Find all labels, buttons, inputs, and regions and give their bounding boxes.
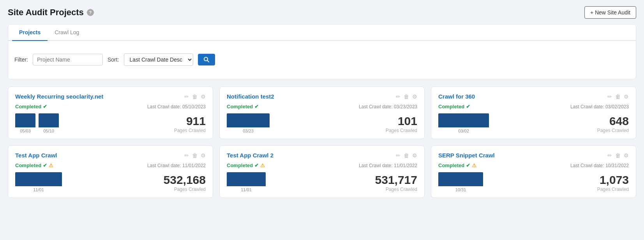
delete-icon[interactable]: 🗑: [192, 152, 198, 159]
bar-label: 10/31: [455, 187, 466, 192]
status-text: Completed: [15, 104, 41, 109]
bar-label: 11/01: [33, 187, 44, 192]
card-status-row: Completed ✔ Last Crawl date: 03/02/2023: [438, 104, 629, 109]
bar-rect: [438, 172, 483, 186]
settings-icon[interactable]: ⚙: [624, 94, 629, 100]
delete-icon[interactable]: 🗑: [192, 94, 198, 100]
card-header: Test App Crawl 2 ✏ 🗑 ⚙: [227, 152, 417, 159]
edit-icon[interactable]: ✏: [607, 94, 612, 100]
pages-count: 1,073: [597, 174, 629, 186]
edit-icon[interactable]: ✏: [607, 152, 612, 159]
card-actions: ✏ 🗑 ⚙: [607, 152, 629, 159]
last-crawl-date: Last Crawl date: 05/10/2023: [147, 104, 206, 109]
card-header: SERP Snippet Crawl ✏ 🗑 ⚙: [438, 152, 629, 159]
pages-section: 911 Pages Crawled: [174, 115, 206, 133]
settings-icon[interactable]: ⚙: [624, 152, 629, 159]
settings-icon[interactable]: ⚙: [412, 152, 417, 159]
pages-count: 101: [386, 115, 417, 127]
status-badge: Completed ✔ ⚠: [227, 162, 265, 168]
delete-icon[interactable]: 🗑: [615, 94, 621, 100]
card-body: 03/23 101 Pages Crawled: [227, 113, 417, 133]
delete-icon[interactable]: 🗑: [404, 94, 409, 100]
settings-icon[interactable]: ⚙: [201, 94, 206, 100]
bar-rect: [438, 113, 489, 127]
pages-label: Pages Crawled: [174, 128, 206, 133]
project-card: Test App Crawl 2 ✏ 🗑 ⚙ Completed ✔ ⚠ Las…: [219, 145, 425, 198]
bar-item: 11/01: [15, 172, 62, 192]
bars-section: 03/02: [438, 113, 489, 133]
card-actions: ✏ 🗑 ⚙: [184, 94, 206, 100]
card-status-row: Completed ✔ ⚠ Last Crawl date: 11/01/202…: [15, 162, 206, 168]
bars-row: 03/23: [227, 113, 270, 133]
search-button[interactable]: [198, 54, 215, 65]
card-actions: ✏ 🗑 ⚙: [396, 94, 417, 100]
project-card: Notification test2 ✏ 🗑 ⚙ Completed ✔ Las…: [219, 86, 425, 139]
bar-label: 05/10: [43, 129, 54, 133]
card-header: Weekly Recurring seoclarity.net ✏ 🗑 ⚙: [15, 93, 206, 100]
card-title[interactable]: Test App Crawl: [15, 152, 57, 159]
last-crawl-date: Last Crawl date: 10/31/2022: [570, 163, 629, 168]
project-card: Test App Crawl ✏ 🗑 ⚙ Completed ✔ ⚠ Last …: [8, 145, 213, 198]
card-status-row: Completed ✔ Last Crawl date: 05/10/2023: [15, 104, 206, 109]
filter-input[interactable]: [33, 54, 103, 65]
check-icon: ✔: [466, 104, 470, 109]
bar-rect: [227, 113, 270, 127]
card-title[interactable]: Crawl for 360: [438, 93, 475, 100]
help-icon[interactable]: ?: [87, 9, 94, 16]
card-title[interactable]: Weekly Recurring seoclarity.net: [15, 93, 103, 100]
bars-section: 03/23: [227, 113, 270, 133]
page-container: Site Audit Projects ? + New Site Audit P…: [0, 0, 644, 240]
bar-item: 11/01: [227, 172, 266, 192]
new-audit-button[interactable]: + New Site Audit: [584, 6, 636, 19]
last-crawl-date: Last Crawl date: 03/02/2023: [570, 104, 629, 109]
check-icon: ✔: [254, 104, 259, 109]
card-header: Notification test2 ✏ 🗑 ⚙: [227, 93, 417, 100]
pages-label: Pages Crawled: [164, 187, 206, 192]
card-status-row: Completed ✔ Last Crawl date: 03/23/2023: [227, 104, 417, 109]
bar-label: 11/01: [241, 187, 252, 192]
card-status-row: Completed ✔ ⚠ Last Crawl date: 11/01/202…: [227, 162, 417, 168]
sort-select[interactable]: Last Crawl Date Desc Last Crawl Date Asc…: [124, 53, 193, 66]
pages-section: 648 Pages Crawled: [597, 115, 629, 133]
edit-icon[interactable]: ✏: [396, 94, 401, 100]
last-crawl-date: Last Crawl date: 11/01/2022: [359, 163, 417, 168]
card-body: 11/01 531,717 Pages Crawled: [227, 172, 417, 192]
card-body: 03/02 648 Pages Crawled: [438, 113, 629, 133]
card-status-row: Completed ✔ ⚠ Last Crawl date: 10/31/202…: [438, 162, 629, 168]
check-icon: ✔: [254, 162, 259, 168]
edit-icon[interactable]: ✏: [396, 152, 401, 159]
card-title[interactable]: Test App Crawl 2: [227, 152, 273, 159]
bars-row: 11/01: [15, 172, 62, 192]
tab-projects[interactable]: Projects: [12, 25, 48, 41]
settings-icon[interactable]: ⚙: [412, 94, 417, 100]
status-text: Completed: [227, 104, 253, 109]
svg-line-1: [207, 60, 209, 62]
status-text: Completed: [15, 162, 41, 168]
status-text: Completed: [438, 162, 464, 168]
card-title[interactable]: Notification test2: [227, 93, 274, 100]
bars-section: 05/03 05/10: [15, 113, 59, 133]
delete-icon[interactable]: 🗑: [404, 152, 409, 159]
status-badge: Completed ✔ ⚠: [15, 162, 53, 168]
card-header: Crawl for 360 ✏ 🗑 ⚙: [438, 93, 629, 100]
filter-label: Filter:: [14, 56, 28, 63]
pages-label: Pages Crawled: [597, 128, 629, 133]
delete-icon[interactable]: 🗑: [615, 152, 621, 159]
edit-icon[interactable]: ✏: [184, 94, 189, 100]
bar-item: 10/31: [438, 172, 483, 192]
bars-section: 11/01: [15, 172, 62, 192]
sort-label: Sort:: [108, 56, 119, 63]
edit-icon[interactable]: ✏: [184, 152, 189, 159]
bar-rect: [15, 113, 35, 127]
tab-crawl-log[interactable]: Crawl Log: [48, 25, 86, 41]
settings-icon[interactable]: ⚙: [201, 152, 206, 159]
pages-count: 531,717: [375, 174, 417, 186]
card-header: Test App Crawl ✏ 🗑 ⚙: [15, 152, 206, 159]
bar-label: 03/02: [458, 129, 469, 133]
status-text: Completed: [227, 162, 253, 168]
bars-row: 10/31: [438, 172, 483, 192]
search-icon: [203, 56, 210, 63]
bars-section: 11/01: [227, 172, 266, 192]
card-title[interactable]: SERP Snippet Crawl: [438, 152, 495, 159]
last-crawl-date: Last Crawl date: 11/01/2022: [147, 163, 206, 168]
